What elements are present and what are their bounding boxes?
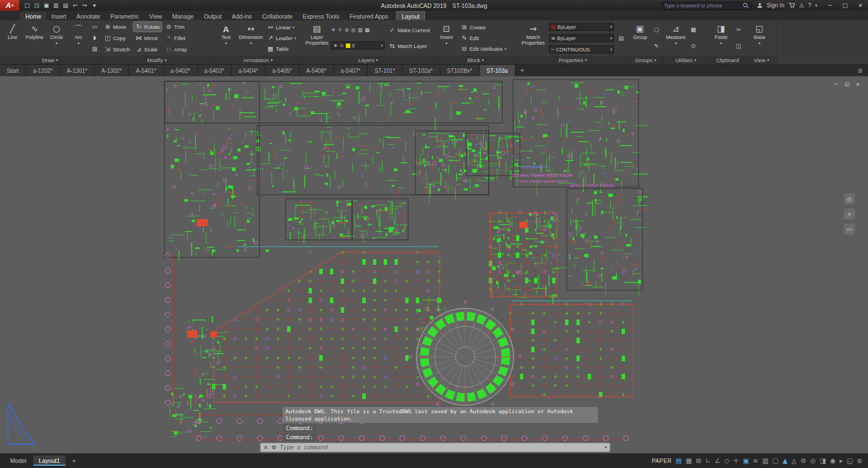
pan-icon[interactable]: + (843, 208, 856, 220)
measure-button[interactable]: ⊿Measure▾ (665, 21, 687, 55)
graphics-performance-icon[interactable]: ▸ (840, 457, 843, 465)
save-as-icon[interactable]: ▥ (51, 2, 60, 8)
linear-button[interactable]: ↔Linear▾ (265, 23, 298, 32)
rectangle-icon[interactable]: ▭ (92, 24, 97, 30)
linetype-combo[interactable]: ─ CONTINUOUS ▾ (549, 45, 614, 54)
leader-button[interactable]: ↗Leader▾ (265, 33, 298, 43)
group-edit-icon[interactable]: ✎ (654, 43, 658, 50)
quick-properties-icon[interactable]: ◨ (820, 457, 826, 465)
file-tab[interactable]: A-5406* (300, 65, 334, 76)
panel-label-groups[interactable]: Groups▾ (628, 56, 663, 64)
layer-properties-button[interactable]: ▤Layer Properties (305, 21, 329, 55)
open-file-icon[interactable]: ◳ (32, 2, 41, 8)
match-properties-button[interactable]: ⇝Match Properties (519, 21, 547, 55)
panel-label-properties[interactable]: Properties▾ (518, 56, 628, 64)
customization-icon[interactable]: ≣ (857, 457, 862, 465)
paper-space-label[interactable]: PAPER (652, 458, 671, 464)
lineweight-icon[interactable]: ≡ (753, 457, 758, 465)
line-button[interactable]: ╱Line▾ (2, 21, 23, 55)
ribbon-tab[interactable]: Express Tools (297, 12, 344, 20)
layer-state-icon[interactable]: ▦ (365, 27, 370, 33)
file-tab[interactable]: a-5403* (198, 65, 232, 76)
close-button[interactable]: × (853, 2, 868, 8)
panel-label-layers[interactable]: Layers▾ (303, 56, 433, 64)
app-store-cart-icon[interactable] (788, 2, 795, 8)
table-button[interactable]: ▦Table (265, 44, 298, 54)
layer-combo[interactable]: ☀ ☼ 0 ▾ (331, 41, 385, 50)
panel-label-modify[interactable]: Modify▾ (101, 56, 213, 64)
file-tab[interactable]: A-1302* (94, 65, 129, 76)
navigation-wheel-icon[interactable]: ◎ (843, 193, 856, 205)
transparency-icon[interactable]: ▨ (762, 457, 769, 465)
help-dropdown-icon[interactable]: ▾ (815, 3, 817, 8)
paste-button[interactable]: ◨Paste▾ (710, 21, 732, 55)
ortho-mode-icon[interactable]: ∟ (705, 457, 711, 465)
rotate-button[interactable]: ↻Rotate (133, 22, 162, 32)
circle-button[interactable]: ○Circle▾ (46, 21, 67, 55)
file-tab[interactable]: ST-102a* (402, 65, 440, 76)
match-layer-button[interactable]: ⇆Match Layer (387, 41, 432, 51)
hatch-icon[interactable]: ▨ (92, 46, 97, 53)
panel-label-utilities[interactable]: Utilities▾ (663, 56, 708, 64)
dwg-close-button[interactable]: × (854, 81, 861, 87)
panel-label-annotation[interactable]: Annotation▾ (214, 56, 302, 64)
polar-tracking-icon[interactable]: ∠ (715, 457, 721, 465)
object-snap-icon[interactable]: ▣ (743, 457, 749, 465)
isodraft-icon[interactable]: ◇ (724, 457, 730, 465)
user-icon[interactable] (757, 2, 763, 8)
annotation-monitor-icon[interactable]: ◎ (810, 457, 816, 465)
grid-display-icon[interactable]: ▦ (685, 457, 692, 465)
create-block-button[interactable]: ⊞Create (459, 23, 508, 32)
ribbon-tab[interactable]: View (144, 12, 167, 20)
object-color-combo[interactable]: ByLayer ▾ (549, 23, 614, 31)
file-tab[interactable]: a-1202* (26, 65, 60, 76)
snap-mode-icon[interactable]: ⊞ (696, 457, 701, 465)
layout1-tab[interactable]: Layout1 (33, 456, 66, 466)
file-tab[interactable]: A-5401* (129, 65, 163, 76)
isolate-objects-icon[interactable]: ◉ (830, 457, 836, 465)
search-icon[interactable] (743, 2, 749, 8)
ribbon-tab[interactable]: Layout (396, 11, 426, 20)
copy-button[interactable]: ◫Copy (102, 33, 132, 43)
ellipse-icon[interactable]: ◗ (93, 34, 96, 41)
text-button[interactable]: AText▾ (215, 21, 237, 55)
new-file-icon[interactable]: □ (23, 2, 32, 8)
ribbon-tab[interactable]: Add-ins (227, 12, 257, 20)
tab-list-icon[interactable]: ≣ (853, 65, 868, 76)
application-menu-button[interactable]: A▾ (0, 0, 19, 11)
panel-label-view[interactable]: View▾ (747, 56, 776, 64)
file-tab[interactable]: a-5405* (266, 65, 300, 76)
paper-space-icon[interactable]: ▤ (676, 457, 682, 465)
annotation-visibility-icon[interactable]: ▲ (783, 457, 788, 465)
mirror-button[interactable]: ⋈Mirror (133, 33, 162, 43)
make-current-button[interactable]: ✓Make Current (387, 25, 432, 35)
layer-off-icon[interactable]: ☀ (331, 27, 335, 33)
ribbon-tab[interactable]: Collaborate (257, 12, 298, 20)
stretch-button[interactable]: ⇲Stretch (102, 45, 132, 54)
clean-screen-icon[interactable]: ◱ (847, 457, 853, 465)
alert-icon[interactable]: ⚠ (799, 2, 804, 8)
ribbon-tab[interactable]: Annotate (71, 12, 105, 20)
arc-button[interactable]: ⌒Arc▾ (68, 21, 89, 55)
sign-in-link[interactable]: Sign In (767, 2, 784, 8)
quick-select-icon[interactable]: ▩ (691, 27, 696, 33)
redo-icon[interactable]: ↪ (80, 2, 89, 8)
dwg-restore-button[interactable]: ◱ (844, 81, 850, 87)
file-tab[interactable]: a-5404* (232, 65, 266, 76)
ribbon-tab[interactable]: Home (20, 12, 46, 20)
panel-label-draw[interactable]: Draw▾ (0, 56, 100, 64)
command-input[interactable]: × ⚙ Type a command ▾ (260, 443, 610, 452)
workspace-switching-icon[interactable]: ⚙ (800, 457, 806, 465)
fillet-button[interactable]: ◝Fillet (163, 33, 189, 43)
ribbon-tab[interactable]: Manage (167, 12, 199, 20)
file-tab[interactable]: a-5407* (334, 65, 368, 76)
object-snap-tracking-icon[interactable]: + (734, 457, 739, 465)
array-button[interactable]: ∷Array (163, 45, 189, 54)
insert-block-button[interactable]: ⊡Insert▾ (436, 21, 457, 55)
file-tab[interactable]: ST-101* (368, 65, 402, 76)
new-layout-button[interactable]: + (67, 456, 81, 466)
plot-icon[interactable]: ▤ (61, 2, 70, 8)
ribbon-tab[interactable]: Output (199, 12, 227, 20)
copy-clip-icon[interactable]: ◫ (736, 43, 741, 50)
close-icon[interactable]: × (263, 444, 268, 450)
